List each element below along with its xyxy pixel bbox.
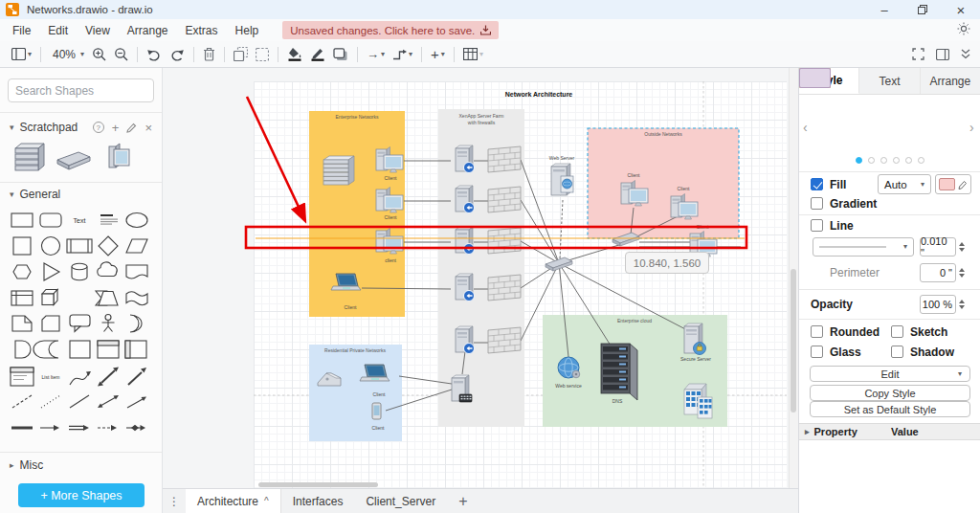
misc-section-header[interactable]: ▸ Misc xyxy=(0,456,162,475)
swatch-next-icon[interactable]: › xyxy=(969,120,974,135)
shape-list[interactable] xyxy=(11,368,33,386)
perimeter-input[interactable]: 0 " xyxy=(920,263,956,282)
drawing-canvas[interactable]: Enterprise Networks XenApp Server Farm w… xyxy=(163,68,798,488)
menu-help[interactable]: Help xyxy=(227,19,268,41)
menu-edit[interactable]: Edit xyxy=(39,19,77,41)
region-residential-private-networks[interactable]: Residential Private Networks xyxy=(309,345,402,441)
tab-architecture[interactable]: Architecture ^ xyxy=(186,489,281,513)
table-dropdown[interactable]: ▾ xyxy=(459,44,487,65)
shape-labeled-link[interactable] xyxy=(126,425,145,431)
shape-bidirectional-arrow[interactable] xyxy=(98,368,119,387)
toggle-panels-button[interactable]: ▾ xyxy=(8,44,35,65)
format-panel-toggle-icon[interactable] xyxy=(936,49,949,60)
shape-search[interactable] xyxy=(8,78,154,102)
shape-vertical-container[interactable] xyxy=(98,341,119,358)
waypoint-style-dropdown[interactable]: ▾ xyxy=(389,44,416,65)
scratchpad-section-header[interactable]: ▾ Scratchpad ? + × xyxy=(0,118,162,137)
scratchpad-item-client[interactable] xyxy=(109,144,129,167)
shape-actor[interactable] xyxy=(102,315,115,332)
general-section-header[interactable]: ▾ General xyxy=(0,185,162,204)
shape-textbox[interactable] xyxy=(100,214,118,225)
shape-double-link[interactable] xyxy=(69,425,89,431)
glass-checkbox[interactable] xyxy=(811,346,823,358)
node-firewall-3[interactable] xyxy=(488,228,521,254)
menu-extras[interactable]: Extras xyxy=(177,19,227,41)
line-width-stepper[interactable] xyxy=(957,237,967,256)
tab-interfaces[interactable]: Interfaces xyxy=(281,489,355,513)
node-web-server[interactable]: Web Server xyxy=(549,155,575,195)
region-outside-networks[interactable]: Outside Networks xyxy=(588,128,739,238)
shape-note[interactable] xyxy=(12,316,32,331)
shape-card[interactable] xyxy=(42,316,59,331)
shape-document[interactable] xyxy=(126,265,147,279)
shape-tape[interactable] xyxy=(126,292,147,305)
shape-data-storage[interactable] xyxy=(33,341,58,358)
shape-hexagon[interactable] xyxy=(13,265,31,279)
line-style-select[interactable]: ▾ xyxy=(813,237,914,256)
tab-arrange[interactable]: Arrange xyxy=(921,68,980,94)
more-shapes-button[interactable]: + More Shapes xyxy=(18,483,145,507)
line-color-button[interactable] xyxy=(306,44,329,65)
shape-parallelogram[interactable] xyxy=(126,239,147,253)
node-farm-server-2[interactable] xyxy=(456,186,475,213)
fill-color-button[interactable] xyxy=(283,44,306,65)
horizontal-scrollbar[interactable] xyxy=(258,482,378,487)
shape-or[interactable] xyxy=(130,315,142,332)
swatch-page-dot-6[interactable] xyxy=(918,157,924,164)
shape-container[interactable] xyxy=(70,341,90,358)
swatch-page-dot-5[interactable] xyxy=(905,157,912,164)
shape-square[interactable] xyxy=(13,237,31,255)
menu-arrange[interactable]: Arrange xyxy=(119,19,177,41)
node-farm-server-4[interactable] xyxy=(456,274,475,301)
swatch-page-dot-2[interactable] xyxy=(868,157,875,164)
copy-button[interactable] xyxy=(230,44,252,65)
zoom-in-button[interactable] xyxy=(88,44,110,65)
shape-bidirectional-connector[interactable] xyxy=(98,395,119,408)
fill-mode-select[interactable]: Auto ▾ xyxy=(878,174,931,194)
node-firewall-2[interactable] xyxy=(488,187,521,212)
node-farm-server-1[interactable] xyxy=(456,145,475,173)
gradient-checkbox[interactable] xyxy=(811,197,823,210)
copy-style-button[interactable]: Copy Style xyxy=(810,385,970,401)
fill-checkbox[interactable] xyxy=(811,178,823,190)
node-farm-server-5[interactable] xyxy=(456,326,475,354)
scratchpad-item-switch[interactable] xyxy=(57,152,90,169)
shadow-button[interactable] xyxy=(329,44,352,65)
zoom-out-button[interactable] xyxy=(110,44,132,65)
insert-dropdown[interactable]: + ▾ xyxy=(427,44,449,65)
shape-diamond[interactable] xyxy=(99,236,118,256)
swatch-page-dot-4[interactable] xyxy=(893,157,900,164)
line-width-input[interactable]: 0.010 " xyxy=(920,237,956,256)
vertical-scrollbar-track[interactable] xyxy=(789,68,798,488)
fullscreen-icon[interactable] xyxy=(912,48,924,60)
node-enterprise-server-stack[interactable] xyxy=(323,156,354,185)
edit-style-button[interactable]: Edit ▾ xyxy=(810,366,970,382)
shape-directional-connector[interactable] xyxy=(127,397,146,409)
shape-curve[interactable] xyxy=(70,371,91,385)
node-farm-gateway-server[interactable] xyxy=(452,375,472,402)
close-button[interactable]: × xyxy=(942,0,980,19)
redo-button[interactable] xyxy=(166,44,189,65)
tab-text[interactable]: Text xyxy=(859,68,920,94)
node-firewall-1[interactable] xyxy=(488,146,521,172)
shape-callout[interactable] xyxy=(70,315,90,332)
shape-arrow-shape[interactable] xyxy=(128,368,146,385)
shape-line[interactable] xyxy=(70,395,89,408)
style-swatch-purple[interactable] xyxy=(799,68,831,88)
restore-button[interactable] xyxy=(903,0,942,19)
shape-cloud[interactable] xyxy=(98,262,117,277)
undo-button[interactable] xyxy=(143,44,166,65)
shape-rectangle[interactable] xyxy=(11,213,33,227)
node-central-hub[interactable] xyxy=(546,257,572,271)
tab-client-server[interactable]: Client_Server xyxy=(354,489,447,513)
shape-cube[interactable] xyxy=(42,290,57,305)
shape-cylinder[interactable] xyxy=(72,263,87,279)
node-firewall-5[interactable] xyxy=(488,327,521,353)
rounded-checkbox[interactable] xyxy=(811,325,823,338)
vertical-scrollbar[interactable] xyxy=(791,269,796,413)
line-checkbox[interactable] xyxy=(811,219,823,232)
shape-and[interactable] xyxy=(15,341,31,358)
opacity-stepper[interactable] xyxy=(957,295,967,314)
set-default-style-button[interactable]: Set as Default Style xyxy=(810,401,970,417)
perimeter-stepper[interactable] xyxy=(957,263,967,282)
